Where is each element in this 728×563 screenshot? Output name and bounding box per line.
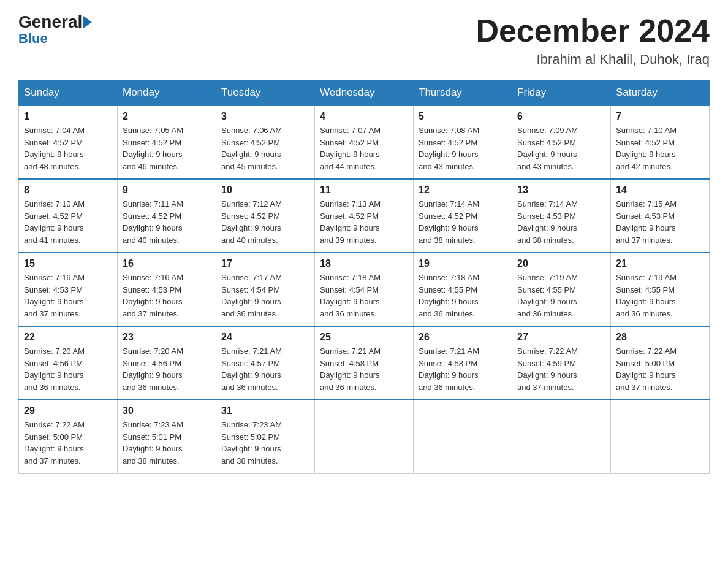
day-number: 5 [419, 111, 507, 122]
week-row-4: 22 Sunrise: 7:20 AMSunset: 4:56 PMDaylig… [19, 326, 710, 400]
day-info: Sunrise: 7:05 AMSunset: 4:52 PMDaylight:… [123, 124, 211, 172]
day-cell-21: 21 Sunrise: 7:19 AMSunset: 4:55 PMDaylig… [611, 253, 710, 326]
day-number: 11 [320, 185, 408, 196]
day-info: Sunrise: 7:21 AMSunset: 4:58 PMDaylight:… [419, 345, 507, 393]
day-number: 6 [517, 111, 605, 122]
day-info: Sunrise: 7:22 AMSunset: 5:00 PMDaylight:… [24, 419, 112, 467]
logo-blue-text: Blue [18, 31, 48, 47]
day-number: 2 [123, 111, 211, 122]
week-row-3: 15 Sunrise: 7:16 AMSunset: 4:53 PMDaylig… [19, 253, 710, 326]
day-info: Sunrise: 7:14 AMSunset: 4:53 PMDaylight:… [517, 198, 605, 246]
day-number: 20 [517, 258, 605, 269]
day-cell-17: 17 Sunrise: 7:17 AMSunset: 4:54 PMDaylig… [216, 253, 315, 326]
day-cell-19: 19 Sunrise: 7:18 AMSunset: 4:55 PMDaylig… [414, 253, 512, 326]
weekday-header-tuesday: Tuesday [216, 80, 315, 106]
logo-text: General [18, 12, 94, 32]
day-info: Sunrise: 7:10 AMSunset: 4:52 PMDaylight:… [24, 198, 112, 246]
day-info: Sunrise: 7:09 AMSunset: 4:52 PMDaylight:… [517, 124, 605, 172]
day-number: 30 [123, 405, 211, 416]
day-cell-4: 4 Sunrise: 7:07 AMSunset: 4:52 PMDayligh… [315, 105, 414, 179]
day-number: 9 [123, 185, 211, 196]
day-number: 12 [419, 185, 507, 196]
day-number: 27 [517, 332, 605, 343]
day-info: Sunrise: 7:18 AMSunset: 4:55 PMDaylight:… [419, 272, 507, 320]
day-cell-2: 2 Sunrise: 7:05 AMSunset: 4:52 PMDayligh… [118, 105, 216, 179]
day-cell-10: 10 Sunrise: 7:12 AMSunset: 4:52 PMDaylig… [216, 179, 315, 253]
day-number: 3 [221, 111, 309, 122]
day-info: Sunrise: 7:06 AMSunset: 4:52 PMDaylight:… [221, 124, 309, 172]
day-number: 15 [24, 258, 112, 269]
day-info: Sunrise: 7:10 AMSunset: 4:52 PMDaylight:… [616, 124, 704, 172]
day-number: 25 [320, 332, 408, 343]
day-cell-11: 11 Sunrise: 7:13 AMSunset: 4:52 PMDaylig… [315, 179, 414, 253]
logo: General Blue [18, 12, 94, 47]
day-info: Sunrise: 7:20 AMSunset: 4:56 PMDaylight:… [123, 345, 211, 393]
weekday-header-sunday: Sunday [19, 80, 118, 106]
day-number: 18 [320, 258, 408, 269]
day-number: 21 [616, 258, 704, 269]
day-cell-22: 22 Sunrise: 7:20 AMSunset: 4:56 PMDaylig… [19, 326, 118, 400]
day-number: 28 [616, 332, 704, 343]
day-number: 4 [320, 111, 408, 122]
calendar-table: SundayMondayTuesdayWednesdayThursdayFrid… [18, 80, 710, 474]
weekday-header-wednesday: Wednesday [315, 80, 414, 106]
day-info: Sunrise: 7:21 AMSunset: 4:58 PMDaylight:… [320, 345, 408, 393]
day-number: 10 [221, 185, 309, 196]
day-info: Sunrise: 7:08 AMSunset: 4:52 PMDaylight:… [419, 124, 507, 172]
day-cell-empty [315, 400, 414, 473]
location-subtitle: Ibrahim al Khalil, Duhok, Iraq [476, 52, 710, 67]
day-info: Sunrise: 7:18 AMSunset: 4:54 PMDaylight:… [320, 272, 408, 320]
day-info: Sunrise: 7:22 AMSunset: 4:59 PMDaylight:… [517, 345, 605, 393]
day-info: Sunrise: 7:22 AMSunset: 5:00 PMDaylight:… [616, 345, 704, 393]
day-cell-25: 25 Sunrise: 7:21 AMSunset: 4:58 PMDaylig… [315, 326, 414, 400]
day-number: 24 [221, 332, 309, 343]
day-cell-24: 24 Sunrise: 7:21 AMSunset: 4:57 PMDaylig… [216, 326, 315, 400]
day-info: Sunrise: 7:23 AMSunset: 5:02 PMDaylight:… [221, 419, 309, 467]
weekday-header-monday: Monday [118, 80, 216, 106]
day-number: 13 [517, 185, 605, 196]
logo-blue-part [82, 16, 94, 28]
day-info: Sunrise: 7:07 AMSunset: 4:52 PMDaylight:… [320, 124, 408, 172]
title-area: December 2024 Ibrahim al Khalil, Duhok, … [476, 12, 710, 67]
day-cell-empty [414, 400, 512, 473]
day-cell-1: 1 Sunrise: 7:04 AMSunset: 4:52 PMDayligh… [19, 105, 118, 179]
day-info: Sunrise: 7:13 AMSunset: 4:52 PMDaylight:… [320, 198, 408, 246]
day-info: Sunrise: 7:19 AMSunset: 4:55 PMDaylight:… [616, 272, 704, 320]
day-number: 31 [221, 405, 309, 416]
day-info: Sunrise: 7:12 AMSunset: 4:52 PMDaylight:… [221, 198, 309, 246]
week-row-5: 29 Sunrise: 7:22 AMSunset: 5:00 PMDaylig… [19, 400, 710, 473]
day-cell-12: 12 Sunrise: 7:14 AMSunset: 4:52 PMDaylig… [414, 179, 512, 253]
day-number: 22 [24, 332, 112, 343]
day-info: Sunrise: 7:17 AMSunset: 4:54 PMDaylight:… [221, 272, 309, 320]
day-number: 7 [616, 111, 704, 122]
day-cell-empty [611, 400, 710, 473]
day-number: 26 [419, 332, 507, 343]
day-cell-31: 31 Sunrise: 7:23 AMSunset: 5:02 PMDaylig… [216, 400, 315, 473]
day-info: Sunrise: 7:19 AMSunset: 4:55 PMDaylight:… [517, 272, 605, 320]
day-cell-30: 30 Sunrise: 7:23 AMSunset: 5:01 PMDaylig… [118, 400, 216, 473]
weekday-header-saturday: Saturday [611, 80, 710, 106]
day-cell-5: 5 Sunrise: 7:08 AMSunset: 4:52 PMDayligh… [414, 105, 512, 179]
day-number: 1 [24, 111, 112, 122]
day-info: Sunrise: 7:14 AMSunset: 4:52 PMDaylight:… [419, 198, 507, 246]
day-cell-23: 23 Sunrise: 7:20 AMSunset: 4:56 PMDaylig… [118, 326, 216, 400]
day-info: Sunrise: 7:21 AMSunset: 4:57 PMDaylight:… [221, 345, 309, 393]
day-cell-26: 26 Sunrise: 7:21 AMSunset: 4:58 PMDaylig… [414, 326, 512, 400]
day-cell-16: 16 Sunrise: 7:16 AMSunset: 4:53 PMDaylig… [118, 253, 216, 326]
day-number: 23 [123, 332, 211, 343]
day-cell-9: 9 Sunrise: 7:11 AMSunset: 4:52 PMDayligh… [118, 179, 216, 253]
day-cell-15: 15 Sunrise: 7:16 AMSunset: 4:53 PMDaylig… [19, 253, 118, 326]
day-number: 17 [221, 258, 309, 269]
weekday-header-thursday: Thursday [414, 80, 512, 106]
logo-general-text: General [18, 12, 82, 32]
day-cell-8: 8 Sunrise: 7:10 AMSunset: 4:52 PMDayligh… [19, 179, 118, 253]
day-number: 19 [419, 258, 507, 269]
day-info: Sunrise: 7:16 AMSunset: 4:53 PMDaylight:… [24, 272, 112, 320]
month-title: December 2024 [476, 12, 710, 49]
day-info: Sunrise: 7:15 AMSunset: 4:53 PMDaylight:… [616, 198, 704, 246]
day-info: Sunrise: 7:04 AMSunset: 4:52 PMDaylight:… [24, 124, 112, 172]
day-cell-6: 6 Sunrise: 7:09 AMSunset: 4:52 PMDayligh… [512, 105, 611, 179]
day-info: Sunrise: 7:11 AMSunset: 4:52 PMDaylight:… [123, 198, 211, 246]
header: General Blue December 2024 Ibrahim al Kh… [18, 12, 710, 67]
day-cell-empty [512, 400, 611, 473]
